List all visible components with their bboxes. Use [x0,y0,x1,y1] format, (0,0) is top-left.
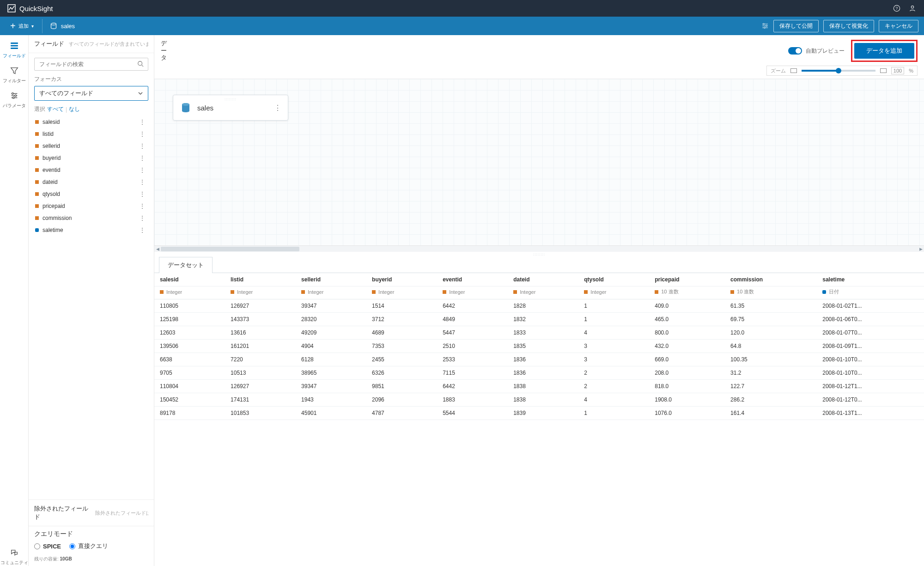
drag-handle-icon[interactable]: :::::::: [225,97,237,101]
field-search-input[interactable] [34,58,148,71]
svg-rect-8 [11,43,18,44]
column-type: Integer [225,286,296,299]
table-row[interactable]: 110805126927393471514644218281409.061.35… [154,299,924,313]
zoom-slider[interactable] [802,70,875,72]
scroll-right-icon[interactable]: ▶ [918,246,924,252]
add-data-button[interactable]: データを追加 [854,43,914,59]
column-header[interactable]: qtysold [578,273,649,286]
auto-preview-toggle[interactable] [788,47,802,55]
dataset-node[interactable]: :::::::: sales ⋮ [173,95,288,121]
save-publish-button[interactable]: 保存して公開 [773,20,819,32]
help-icon[interactable]: ? [893,4,901,12]
table-row[interactable]: 6638722061282455253318363669.0100.352008… [154,353,924,366]
field-item[interactable]: qtysold⋮ [31,188,151,200]
quicksight-logo-icon [7,4,16,12]
splitter-handle[interactable]: :::::::: [154,252,924,256]
field-list: salesid⋮listid⋮sellerid⋮buyerid⋮eventid⋮… [29,116,154,499]
focus-label: フォーカス [29,75,154,83]
hash-type-icon [35,168,39,172]
cancel-button[interactable]: キャンセル [879,20,918,32]
column-type: Integer [296,286,366,299]
save-visualize-button[interactable]: 保存して視覚化 [823,20,874,32]
rail-community[interactable]: コミュニティ [0,548,28,566]
column-header[interactable]: salesid [154,273,225,286]
field-more-icon[interactable]: ⋮ [137,166,147,174]
calendar-type-icon [35,228,39,232]
table-row[interactable]: 150452174131194320961883183841908.0286.2… [154,393,924,407]
field-panel: フィールド すべてのフィールドが含まれています フォーカス すべてのフィールド … [29,35,154,566]
hash-type-icon [35,132,39,136]
field-item[interactable]: commission⋮ [31,212,151,224]
column-type: Integer [578,286,649,299]
field-more-icon[interactable]: ⋮ [137,178,147,186]
sliders-icon[interactable] [761,22,769,30]
column-header[interactable]: dateid [508,273,578,286]
column-header[interactable]: eventid [437,273,508,286]
excluded-title: 除外されたフィールド [34,505,91,521]
column-header[interactable]: pricepaid [649,273,725,286]
field-more-icon[interactable]: ⋮ [137,226,147,234]
focus-select[interactable]: すべてのフィールド [34,86,148,101]
column-header[interactable]: commission [725,273,817,286]
column-header[interactable]: saletime [817,273,924,286]
select-none-link[interactable]: なし [69,105,80,113]
fit-icon[interactable] [790,68,797,73]
hash-type-icon [35,204,39,208]
database-node-icon [180,102,192,114]
join-diagram[interactable]: :::::::: sales ⋮ [154,79,924,245]
column-type: 10 進数 [725,286,817,299]
column-type: Integer [366,286,437,299]
rail-filter[interactable]: フィルター [3,66,26,84]
field-more-icon[interactable]: ⋮ [137,118,147,126]
left-icon-rail: フィールド フィルター パラメータ コミュニティ [0,35,29,566]
scroll-left-icon[interactable]: ◀ [154,246,161,252]
field-more-icon[interactable]: ⋮ [137,142,147,150]
rail-parameters[interactable]: パラメータ [3,91,26,109]
query-mode-spice[interactable]: SPICE [34,543,61,550]
column-header[interactable]: listid [225,273,296,286]
node-menu-icon[interactable]: ⋮ [274,103,281,112]
zoom-frame-icon[interactable] [880,68,887,73]
field-item[interactable]: listid⋮ [31,128,151,140]
field-item[interactable]: saletime⋮ [31,224,151,236]
select-label: 選択 [34,105,45,113]
field-more-icon[interactable]: ⋮ [137,214,147,222]
diagram-h-scrollbar[interactable]: ◀ ▶ [154,245,924,252]
dataset-breadcrumb[interactable]: sales [50,22,75,30]
tab-dataset[interactable]: データセット [159,257,213,273]
data-section-label: データ [161,40,169,61]
svg-point-3 [911,6,913,8]
table-row[interactable]: 125198143373283203712484918321465.069.75… [154,313,924,326]
select-all-link[interactable]: すべて [47,105,64,113]
field-item[interactable]: pricepaid⋮ [31,200,151,212]
database-icon [50,22,57,30]
query-mode-direct[interactable]: 直接クエリ [69,542,108,550]
rail-fields[interactable]: フィールド [3,41,26,59]
table-row[interactable]: 110804126927393479851644218382818.0122.7… [154,380,924,393]
field-more-icon[interactable]: ⋮ [137,202,147,210]
field-more-icon[interactable]: ⋮ [137,130,147,138]
preview-table: salesidlistidselleridbuyerideventiddatei… [154,273,924,420]
zoom-control[interactable]: ズーム 100 % [766,66,918,76]
field-item[interactable]: sellerid⋮ [31,140,151,152]
table-row[interactable]: 13950616120149047353251018353432.064.820… [154,340,924,353]
field-item[interactable]: dateid⋮ [31,176,151,188]
column-header[interactable]: sellerid [296,273,366,286]
table-row[interactable]: 1260313616492094689544718334800.0120.020… [154,326,924,340]
field-more-icon[interactable]: ⋮ [137,190,147,198]
column-type: Integer [437,286,508,299]
fields-icon [9,41,19,51]
field-item[interactable]: buyerid⋮ [31,152,151,164]
field-more-icon[interactable]: ⋮ [137,154,147,162]
table-row[interactable]: 891781018534590147875544183911076.0161.4… [154,407,924,420]
user-icon[interactable] [908,4,917,12]
scroll-thumb[interactable] [161,247,299,251]
add-menu-button[interactable]: + 追加 ▾ [6,19,43,33]
table-row[interactable]: 970510513389656326711518362208.031.22008… [154,366,924,380]
field-panel-title: フィールド [34,40,64,48]
column-header[interactable]: buyerid [366,273,437,286]
field-item[interactable]: eventid⋮ [31,164,151,176]
filter-icon [9,66,19,76]
field-item[interactable]: salesid⋮ [31,116,151,128]
svg-point-11 [12,93,13,95]
